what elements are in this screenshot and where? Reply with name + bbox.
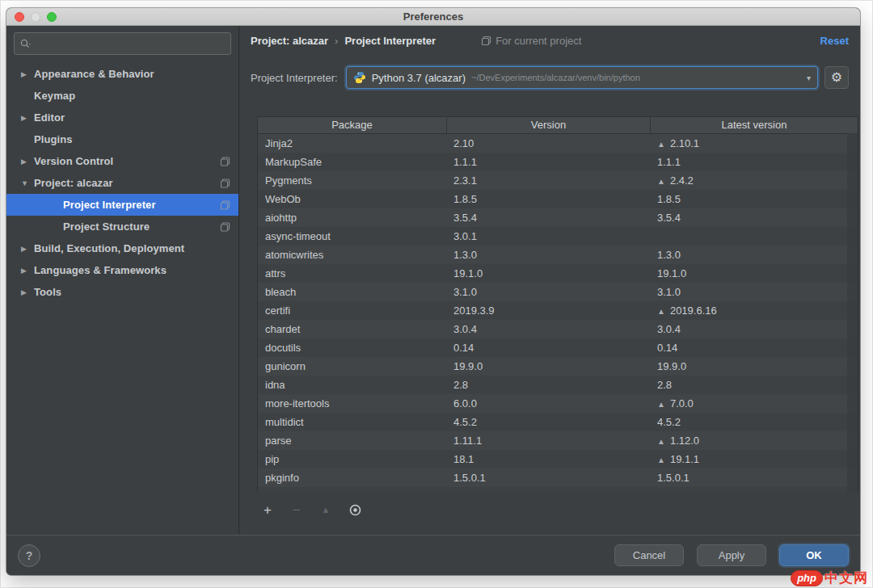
- sidebar-item-tools[interactable]: ▶Tools: [6, 281, 238, 303]
- help-button[interactable]: ?: [18, 544, 40, 567]
- package-name: async-timeout: [258, 227, 446, 246]
- chevron-right-icon[interactable]: ▶: [21, 245, 34, 253]
- settings-tree: ▶Appearance & BehaviorKeymap▶EditorPlugi…: [6, 63, 238, 303]
- gear-icon: ⚙: [831, 71, 842, 84]
- interpreter-select[interactable]: Python 3.7 (alcazar) ~/DevExperiments/al…: [346, 66, 818, 89]
- column-header-latest-version[interactable]: Latest version: [650, 117, 858, 133]
- column-header-version[interactable]: Version: [446, 117, 650, 133]
- package-row-more-itertools[interactable]: more-itertools6.0.0▲7.0.0: [258, 394, 858, 413]
- minimize-window-button[interactable]: [31, 12, 40, 22]
- package-version: 1.5.0.1: [446, 468, 650, 487]
- package-latest-version: ▲0.12.0: [650, 487, 858, 493]
- package-version: 2.8: [446, 376, 650, 394]
- table-scrollbar[interactable]: [847, 133, 858, 493]
- sidebar-item-project-interpreter[interactable]: Project Interpreter: [6, 194, 238, 216]
- package-name: MarkupSafe: [258, 153, 446, 171]
- close-window-button[interactable]: [15, 12, 24, 22]
- package-row-atomicwrites[interactable]: atomicwrites1.3.01.3.0: [258, 246, 858, 264]
- packages-table-wrap: PackageVersionLatest version Jinja22.10▲…: [257, 116, 858, 493]
- package-latest-version: 1.1.1: [650, 153, 858, 171]
- sidebar-item-editor[interactable]: ▶Editor: [6, 107, 238, 128]
- package-latest-version: ▲2.4.2: [650, 171, 858, 190]
- chevron-right-icon[interactable]: ▶: [21, 158, 34, 166]
- package-row-webob[interactable]: WebOb1.8.51.8.5: [258, 190, 858, 208]
- scope-note: For current project: [481, 35, 581, 47]
- package-name: certifi: [258, 301, 446, 320]
- package-row-parse[interactable]: parse1.11.1▲1.12.0: [258, 431, 858, 450]
- sidebar-item-label: Keymap: [34, 90, 75, 102]
- package-version: 2.10: [446, 134, 650, 153]
- titlebar[interactable]: Preferences: [6, 8, 860, 26]
- interpreter-label: Project Interpreter:: [251, 72, 338, 84]
- package-row-chardet[interactable]: chardet3.0.43.0.4: [258, 320, 858, 338]
- package-version: 19.9.0: [446, 357, 650, 376]
- chevron-right-icon[interactable]: ▶: [21, 114, 34, 122]
- zoom-window-button[interactable]: [47, 12, 57, 22]
- breadcrumb-project[interactable]: Project: alcazar: [251, 35, 328, 47]
- package-row-pip[interactable]: pip18.1▲19.1.1: [258, 450, 858, 468]
- sidebar-item-project-alcazar[interactable]: ▼Project: alcazar: [6, 172, 238, 194]
- column-header-package[interactable]: Package: [258, 117, 446, 133]
- breadcrumb: Project: alcazar › Project Interpreter F…: [239, 26, 860, 55]
- package-row-async-timeout[interactable]: async-timeout3.0.1: [258, 227, 858, 246]
- package-row-pygments[interactable]: Pygments2.3.1▲2.4.2: [258, 171, 858, 190]
- chevron-right-icon[interactable]: ▶: [21, 288, 34, 296]
- package-row-markupsafe[interactable]: MarkupSafe1.1.11.1.1: [258, 153, 858, 171]
- package-row-docutils[interactable]: docutils0.140.14: [258, 338, 858, 357]
- upgrade-available-icon: ▲: [657, 400, 665, 409]
- package-row-idna[interactable]: idna2.82.8: [258, 376, 858, 394]
- packages-toolbar: + − ▲: [259, 499, 860, 520]
- package-name: atomicwrites: [258, 246, 446, 264]
- chevron-down-icon[interactable]: ▼: [21, 179, 34, 187]
- search-input[interactable]: [32, 37, 226, 51]
- sidebar-item-build-execution-deployment[interactable]: ▶Build, Execution, Deployment: [6, 237, 238, 259]
- python-logo-icon: [353, 71, 366, 84]
- package-name: attrs: [258, 264, 446, 283]
- sidebar-item-label: Tools: [34, 286, 61, 298]
- sidebar-item-keymap[interactable]: Keymap: [6, 85, 238, 107]
- chevron-right-icon[interactable]: ▶: [21, 267, 34, 275]
- reset-link[interactable]: Reset: [820, 35, 849, 47]
- ok-button[interactable]: OK: [779, 544, 849, 566]
- eye-icon: [348, 503, 362, 517]
- sidebar-item-project-structure[interactable]: Project Structure: [6, 216, 238, 237]
- package-version: 2.3.1: [446, 171, 650, 190]
- show-early-releases-button[interactable]: [346, 501, 364, 519]
- package-latest-version: 19.9.0: [650, 357, 858, 376]
- sidebar-item-appearance-behavior[interactable]: ▶Appearance & Behavior: [6, 63, 238, 85]
- preferences-window: Preferences ▶Appearance & BehaviorKeymap…: [6, 8, 860, 575]
- package-latest-version: 1.8.5: [650, 190, 858, 208]
- package-row-attrs[interactable]: attrs19.1.019.1.0: [258, 264, 858, 283]
- settings-search-field[interactable]: [14, 32, 231, 55]
- package-version: 19.1.0: [446, 264, 650, 283]
- sidebar-item-label: Project: alcazar: [34, 177, 113, 189]
- interpreter-settings-button[interactable]: ⚙: [824, 66, 849, 89]
- package-row-multidict[interactable]: multidict4.5.24.5.2: [258, 413, 858, 431]
- per-project-settings-icon: [220, 221, 230, 232]
- add-package-button[interactable]: +: [259, 501, 276, 519]
- package-row-jinja2[interactable]: Jinja22.10▲2.10.1: [258, 134, 858, 153]
- sidebar-item-label: Editor: [34, 111, 65, 124]
- package-row-gunicorn[interactable]: gunicorn19.9.019.9.0: [258, 357, 858, 376]
- package-name: idna: [258, 376, 446, 394]
- package-row-pkginfo[interactable]: pkginfo1.5.0.11.5.0.1: [258, 468, 858, 487]
- chevron-right-icon[interactable]: ▶: [21, 70, 34, 78]
- package-row-bleach[interactable]: bleach3.1.03.1.0: [258, 283, 858, 301]
- package-name: chardet: [258, 320, 446, 338]
- package-row-pluggy[interactable]: pluggy0.9.0▲0.12.0: [258, 487, 858, 493]
- package-row-aiohttp[interactable]: aiohttp3.5.43.5.4: [258, 208, 858, 227]
- package-version: 3.5.4: [446, 208, 650, 227]
- upgrade-available-icon: ▲: [657, 307, 665, 316]
- sidebar-item-languages-frameworks[interactable]: ▶Languages & Frameworks: [6, 259, 238, 281]
- sidebar-item-version-control[interactable]: ▶Version Control: [6, 150, 238, 172]
- cancel-button[interactable]: Cancel: [614, 544, 684, 566]
- sidebar-item-plugins[interactable]: Plugins: [6, 128, 238, 150]
- apply-button[interactable]: Apply: [697, 544, 766, 566]
- watermark-php-logo: php: [791, 570, 823, 586]
- package-row-certifi[interactable]: certifi2019.3.9▲2019.6.16: [258, 301, 858, 320]
- chevron-down-icon[interactable]: ▾: [800, 74, 811, 82]
- per-project-settings-icon: [220, 200, 230, 210]
- upgrade-package-button: ▲: [317, 501, 335, 519]
- per-project-settings-icon: [220, 178, 230, 188]
- sidebar-item-label: Plugins: [34, 133, 73, 145]
